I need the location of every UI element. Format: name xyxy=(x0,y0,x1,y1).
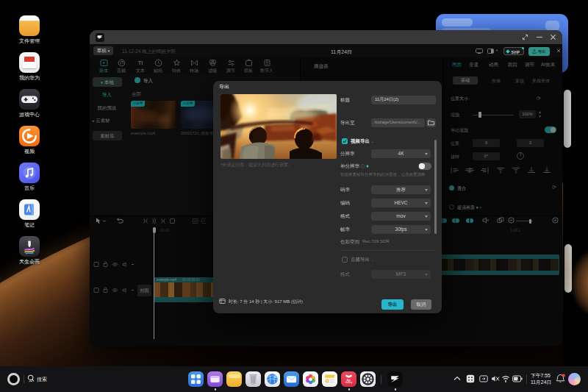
svg-text:Gallery: Gallery xyxy=(345,381,353,384)
